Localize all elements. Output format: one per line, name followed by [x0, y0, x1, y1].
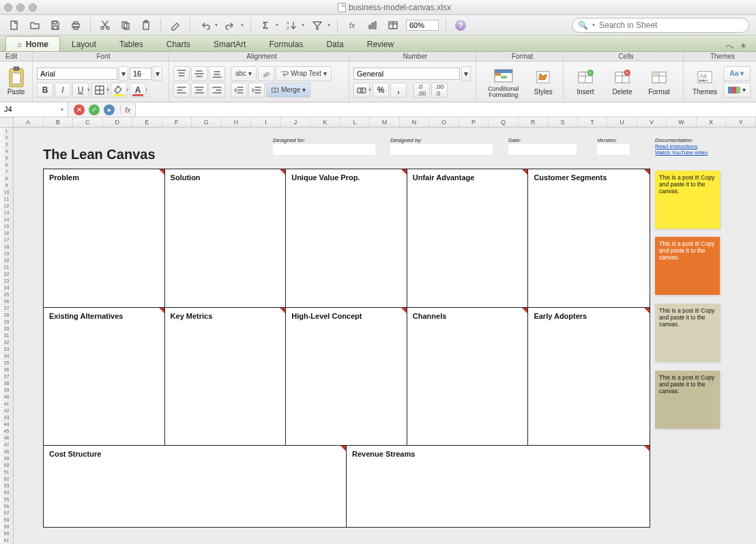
tab-review[interactable]: Review [355, 36, 405, 51]
row-header[interactable]: 37 [0, 373, 13, 380]
row-header[interactable]: 12 [0, 203, 13, 210]
block-uvp[interactable]: Unique Value Prop. [286, 169, 407, 307]
search-input[interactable] [599, 20, 743, 30]
column-header[interactable]: K [310, 117, 340, 127]
paste-icon[interactable] [139, 18, 154, 33]
name-box[interactable]: J4 ▾ [0, 102, 68, 117]
underline-button[interactable]: U [72, 83, 89, 98]
row-header[interactable]: 22 [0, 271, 13, 278]
search-box[interactable]: 🔍▾ [572, 18, 749, 33]
row-header[interactable]: 13 [0, 210, 13, 216]
insert-cells-button[interactable]: + Insert [568, 64, 603, 100]
row-header[interactable]: 39 [0, 387, 13, 394]
row-header[interactable]: 16 [0, 230, 13, 237]
row-header[interactable]: 8 [0, 175, 13, 182]
cancel-formula-icon[interactable]: ✕ [74, 104, 85, 115]
tab-formulas[interactable]: Formulas [257, 36, 315, 51]
meta-designed-for-field[interactable] [273, 144, 375, 155]
accept-formula-icon[interactable]: ✓ [89, 104, 100, 115]
row-header[interactable]: 27 [0, 305, 13, 312]
tab-data[interactable]: Data [315, 36, 355, 51]
copy-icon[interactable] [118, 18, 133, 33]
rotate-text-button[interactable]: ab [258, 66, 274, 81]
block-problem[interactable]: Problem [44, 169, 165, 307]
currency-button[interactable] [353, 83, 370, 98]
row-header[interactable]: 55 [0, 496, 13, 503]
row-header[interactable]: 56 [0, 503, 13, 510]
print-icon[interactable] [68, 18, 83, 33]
column-header[interactable]: X [697, 117, 727, 127]
row-header[interactable]: 29 [0, 319, 13, 326]
zoom-input[interactable] [406, 20, 439, 31]
column-header[interactable]: V [637, 117, 667, 127]
row-header[interactable]: 59 [0, 524, 13, 530]
orientation-button[interactable]: abc▾ [231, 66, 257, 81]
comment-indicator-icon[interactable] [522, 308, 527, 313]
font-name-dropdown-icon[interactable]: ▾ [119, 66, 128, 81]
row-header[interactable]: 19 [0, 250, 13, 257]
row-header[interactable]: 23 [0, 278, 13, 285]
row-header[interactable]: 17 [0, 237, 13, 244]
column-header[interactable]: N [400, 117, 430, 127]
bold-button[interactable]: B [37, 83, 53, 98]
row-header[interactable]: 38 [0, 380, 13, 387]
column-header[interactable]: L [340, 117, 370, 127]
fill-color-button[interactable] [111, 83, 127, 98]
table-icon[interactable] [386, 18, 401, 33]
row-header[interactable]: 52 [0, 476, 13, 483]
row-header[interactable]: 61 [0, 537, 13, 544]
column-header[interactable]: R [519, 117, 549, 127]
comment-indicator-icon[interactable] [159, 169, 164, 175]
column-header[interactable]: H [222, 117, 252, 127]
row-header[interactable]: 53 [0, 483, 13, 489]
block-unfair[interactable]: Unfair Advantage [407, 169, 529, 307]
column-header[interactable]: B [44, 117, 74, 127]
doc-link-instructions[interactable]: Read Instructions [655, 143, 697, 149]
decrease-indent-button[interactable] [231, 83, 247, 98]
row-header[interactable]: 6 [0, 162, 13, 169]
comment-indicator-icon[interactable] [522, 169, 527, 175]
block-cost[interactable]: Cost Structure [44, 446, 347, 527]
filter-icon[interactable] [310, 18, 325, 33]
formula-input[interactable] [135, 103, 756, 117]
column-header[interactable]: U [607, 117, 637, 127]
tab-layout[interactable]: Layout [60, 36, 108, 51]
font-size-dropdown-icon[interactable]: ▾ [153, 66, 162, 81]
format-cells-button[interactable]: Format [641, 64, 677, 100]
collapse-ribbon-icon[interactable]: へ [726, 41, 733, 51]
meta-date-field[interactable] [508, 144, 577, 155]
row-header[interactable]: 42 [0, 407, 13, 414]
meta-designed-by-field[interactable] [390, 144, 493, 155]
row-header[interactable]: 11 [0, 196, 13, 203]
row-header[interactable]: 3 [0, 141, 13, 148]
row-header[interactable]: 21 [0, 264, 13, 271]
minimize-icon[interactable] [16, 3, 25, 12]
percent-button[interactable]: % [373, 83, 389, 98]
row-header[interactable]: 26 [0, 298, 13, 305]
number-format-select[interactable] [353, 68, 460, 80]
column-header[interactable]: S [548, 117, 578, 127]
column-header[interactable]: F [162, 117, 192, 127]
comment-indicator-icon[interactable] [644, 308, 650, 313]
comment-indicator-icon[interactable] [340, 446, 346, 451]
column-header[interactable]: A [14, 117, 44, 127]
comment-indicator-icon[interactable] [280, 308, 285, 313]
block-solution[interactable]: Solution [165, 169, 287, 307]
row-header[interactable]: 45 [0, 428, 13, 435]
align-bottom-button[interactable] [209, 66, 225, 81]
show-formulas-icon[interactable]: fx [345, 18, 360, 33]
postit-tan[interactable]: This is a post it! Copy and paste it to … [655, 304, 720, 362]
redo-icon[interactable] [223, 18, 238, 33]
column-header[interactable]: I [251, 117, 281, 127]
doc-link-video[interactable]: Watch YouTube video [655, 149, 708, 156]
tab-home[interactable]: ⌂Home [5, 36, 60, 51]
row-header[interactable]: 28 [0, 312, 13, 319]
decrease-decimal-button[interactable]: .00.0 [431, 83, 448, 98]
row-header[interactable]: 7 [0, 169, 13, 175]
row-header[interactable]: 30 [0, 326, 13, 332]
name-box-dropdown-icon[interactable]: ▾ [61, 106, 63, 113]
block-channels[interactable]: Channels [407, 308, 529, 445]
column-header[interactable]: P [459, 117, 489, 127]
close-icon[interactable] [4, 3, 12, 12]
block-revenue[interactable]: Revenue Streams [347, 446, 650, 527]
